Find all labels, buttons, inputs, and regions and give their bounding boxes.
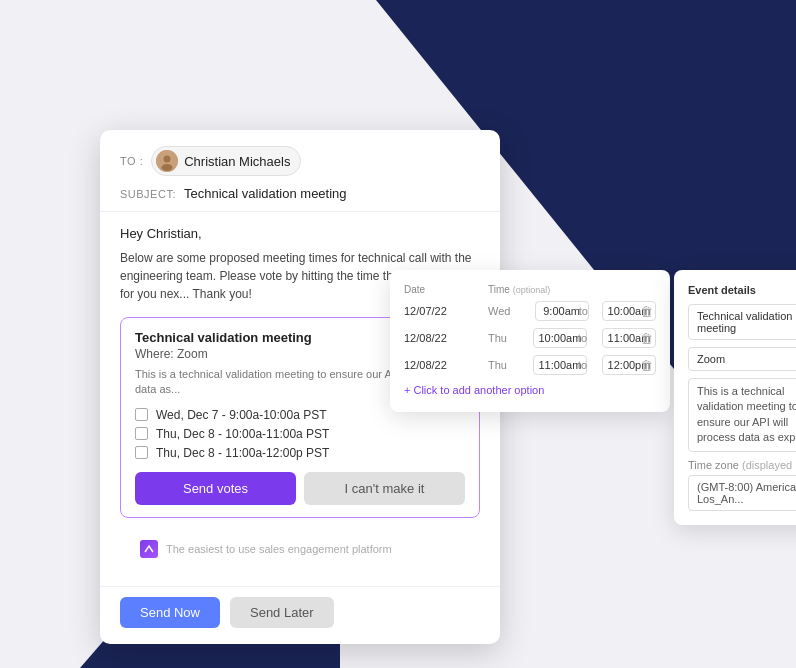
poll-date-2: 12/08/22: [404, 332, 484, 344]
option-label-3: Thu, Dec 8 - 11:00a-12:00p PST: [156, 446, 329, 460]
poll-date-3: 12/08/22: [404, 359, 484, 371]
option-checkbox-1[interactable]: [135, 408, 148, 421]
poll-column-headers: Date Time (optional): [404, 284, 656, 295]
email-to-row: TO : Christian Michaels: [120, 146, 480, 176]
where-label: Where:: [135, 347, 174, 361]
meeting-option-2[interactable]: Thu, Dec 8 - 10:00a-11:00a PST: [135, 427, 465, 441]
meeting-option-3[interactable]: Thu, Dec 8 - 11:00a-12:00p PST: [135, 446, 465, 460]
timezone-sublabel: (displayed in poll): [742, 459, 796, 471]
poll-row-1: 12/07/22 Wed to 🗑: [404, 301, 656, 321]
to-label: TO :: [120, 155, 143, 167]
footer-text: The easiest to use sales engagement plat…: [166, 543, 392, 555]
poll-editor-panel: Date Time (optional) 12/07/22 Wed to 🗑 1…: [390, 270, 670, 412]
email-greeting: Hey Christian,: [120, 226, 480, 241]
event-description-field[interactable]: This is a technical validation meeting t…: [688, 378, 796, 452]
time-column-header: Time (optional): [488, 284, 632, 295]
timezone-value[interactable]: (GMT-8:00) America/ Los_An...: [688, 475, 796, 511]
where-value: Zoom: [177, 347, 208, 361]
delete-row-3-icon[interactable]: 🗑: [636, 358, 656, 373]
poll-to-3: to: [567, 359, 598, 371]
option-checkbox-3[interactable]: [135, 446, 148, 459]
mixmax-logo-icon: [140, 540, 158, 558]
event-details-panel: Event details Technical validation meeti…: [674, 270, 796, 525]
poll-to-1: to: [569, 305, 598, 317]
meeting-options: Wed, Dec 7 - 9:00a-10:00a PST Thu, Dec 8…: [135, 408, 465, 460]
option-label-1: Wed, Dec 7 - 9:00a-10:00a PST: [156, 408, 327, 422]
event-location-field[interactable]: Zoom: [688, 347, 796, 371]
option-label-2: Thu, Dec 8 - 10:00a-11:00a PST: [156, 427, 329, 441]
cant-make-button[interactable]: I can't make it: [304, 472, 465, 505]
event-title-field[interactable]: Technical validation meeting: [688, 304, 796, 340]
event-details-title: Event details: [688, 284, 796, 296]
poll-date-1: 12/07/22: [404, 305, 484, 317]
option-checkbox-2[interactable]: [135, 427, 148, 440]
recipient-name: Christian Michaels: [184, 154, 290, 169]
delete-row-1-icon[interactable]: 🗑: [636, 304, 656, 319]
send-now-button[interactable]: Send Now: [120, 597, 220, 628]
date-column-header: Date: [404, 284, 484, 295]
poll-day-2: Thu: [488, 332, 529, 344]
meeting-actions: Send votes I can't make it: [135, 472, 465, 505]
poll-to-2: to: [567, 332, 598, 344]
send-later-button[interactable]: Send Later: [230, 597, 334, 628]
poll-day-1: Wed: [488, 305, 531, 317]
poll-row-2: 12/08/22 Thu to 🗑: [404, 328, 656, 348]
timezone-label: Time zone (displayed in poll): [688, 459, 796, 471]
svg-point-2: [162, 164, 173, 171]
poll-row-3: 12/08/22 Thu to 🗑: [404, 355, 656, 375]
delete-row-2-icon[interactable]: 🗑: [636, 331, 656, 346]
recipient-chip[interactable]: Christian Michaels: [151, 146, 301, 176]
subject-label: SUBJECT:: [120, 188, 176, 200]
email-subject-row: SUBJECT: Technical validation meeting: [120, 186, 480, 201]
subject-value: Technical validation meeting: [184, 186, 347, 201]
email-header: TO : Christian Michaels SUBJECT: Technic…: [100, 130, 500, 212]
svg-point-1: [164, 156, 171, 163]
avatar: [156, 150, 178, 172]
email-send-row: Send Now Send Later: [100, 586, 500, 644]
add-option-button[interactable]: + Click to add another option: [404, 382, 656, 398]
email-footer: The easiest to use sales engagement plat…: [120, 532, 480, 572]
send-votes-button[interactable]: Send votes: [135, 472, 296, 505]
poll-day-3: Thu: [488, 359, 529, 371]
